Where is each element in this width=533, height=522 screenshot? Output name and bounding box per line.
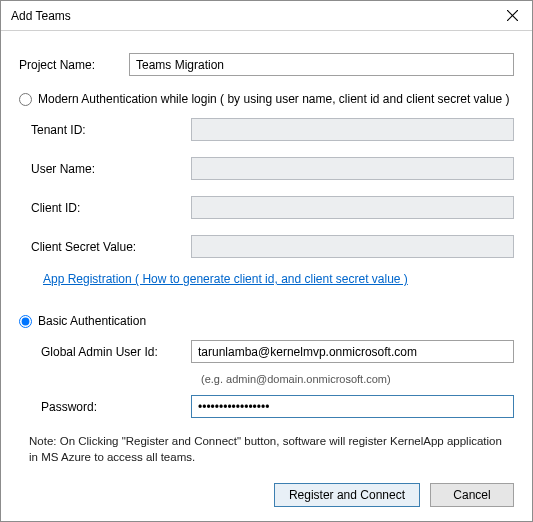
- modern-auth-radio-label: Modern Authentication while login ( by u…: [38, 92, 510, 106]
- user-name-input: [191, 157, 514, 180]
- basic-auth-radio[interactable]: [19, 315, 32, 328]
- client-secret-row: Client Secret Value:: [31, 235, 514, 258]
- admin-user-label: Global Admin User Id:: [31, 345, 191, 359]
- modern-auth-radio-row: Modern Authentication while login ( by u…: [19, 92, 514, 106]
- client-id-label: Client ID:: [31, 201, 191, 215]
- close-icon: [507, 10, 518, 21]
- tenant-id-row: Tenant ID:: [31, 118, 514, 141]
- basic-auth-radio-row: Basic Authentication: [19, 314, 514, 328]
- client-id-input: [191, 196, 514, 219]
- admin-user-hint: (e.g. admin@domain.onmicrosoft.com): [201, 373, 514, 385]
- close-button[interactable]: [492, 1, 532, 31]
- password-row: Password:: [31, 395, 514, 418]
- admin-user-row: Global Admin User Id:: [31, 340, 514, 363]
- tenant-id-label: Tenant ID:: [31, 123, 191, 137]
- admin-user-input[interactable]: [191, 340, 514, 363]
- password-input[interactable]: [191, 395, 514, 418]
- note-text: Note: On Clicking "Register and Connect"…: [29, 434, 514, 465]
- project-name-label: Project Name:: [19, 58, 129, 72]
- titlebar: Add Teams: [1, 1, 532, 31]
- client-id-row: Client ID:: [31, 196, 514, 219]
- dialog-content: Project Name: Modern Authentication whil…: [1, 31, 532, 521]
- user-name-row: User Name:: [31, 157, 514, 180]
- modern-auth-radio[interactable]: [19, 93, 32, 106]
- project-name-input[interactable]: [129, 53, 514, 76]
- project-name-row: Project Name:: [19, 53, 514, 76]
- button-row: Register and Connect Cancel: [19, 477, 514, 507]
- user-name-label: User Name:: [31, 162, 191, 176]
- window-title: Add Teams: [11, 9, 71, 23]
- password-label: Password:: [31, 400, 191, 414]
- register-connect-button[interactable]: Register and Connect: [274, 483, 420, 507]
- client-secret-label: Client Secret Value:: [31, 240, 191, 254]
- cancel-button[interactable]: Cancel: [430, 483, 514, 507]
- tenant-id-input: [191, 118, 514, 141]
- basic-auth-radio-label: Basic Authentication: [38, 314, 146, 328]
- client-secret-input: [191, 235, 514, 258]
- basic-auth-section: Global Admin User Id: (e.g. admin@domain…: [19, 340, 514, 428]
- modern-auth-section: Tenant ID: User Name: Client ID: Client …: [19, 118, 514, 296]
- add-teams-dialog: Add Teams Project Name: Modern Authentic…: [0, 0, 533, 522]
- app-registration-link[interactable]: App Registration ( How to generate clien…: [43, 272, 408, 286]
